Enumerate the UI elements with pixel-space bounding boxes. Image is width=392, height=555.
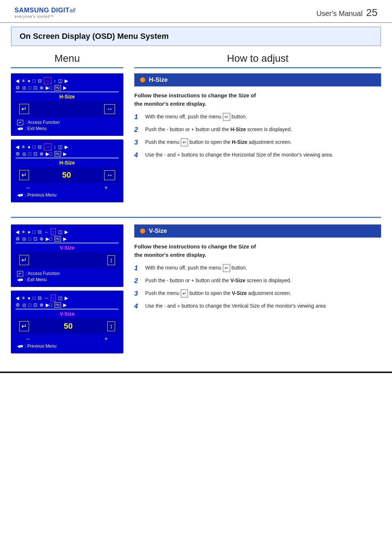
hsize-title-bar: H-Size <box>134 73 381 86</box>
vmonitor1-content: ↵ ↕ <box>16 252 119 268</box>
vfwd3-icon: ▶ <box>65 295 68 301</box>
vminus-plus-row: – + <box>16 336 119 342</box>
hsize-description: Follow these instructions to change the … <box>134 92 381 108</box>
color2-icon: ⊡ <box>33 85 37 90</box>
fwd3-icon: ▶ <box>65 144 68 150</box>
hsize-section: Menu ◀ ✳ ● □ ⊟ ↔ ↕ ◫ ▶ ⚙ ◎ <box>0 53 392 206</box>
vreset-icon: ⊗ <box>40 236 44 242</box>
video-icon: ▶□ <box>46 85 52 90</box>
back-arrow-icon: ◀ <box>16 78 19 84</box>
vsize-title-bar: V-Size <box>134 224 381 238</box>
fwd-arrow-icon: ▶ <box>65 78 68 84</box>
advanced-icon: ◫ <box>58 78 62 84</box>
manual-title: User's Manual <box>317 9 363 18</box>
vcolor3-icon: ⊟ <box>38 295 42 301</box>
vsize-description: Follow these instructions to change the … <box>134 243 381 259</box>
back-arrow2-icon: ◀ <box>16 144 19 150</box>
vcolor-icon: ⊟ <box>38 229 42 235</box>
brand-name: SAMSUNG DIGIT <box>15 7 70 14</box>
vsize-step-1: 1 With the menu off, push the menu ↵ but… <box>134 264 381 273</box>
vsun2-icon: ✳ <box>21 295 25 301</box>
reset2-icon: ⊗ <box>40 151 44 157</box>
page-info: User's Manual 25 <box>317 7 377 19</box>
venter-left-icon: ↵ <box>19 255 29 265</box>
vgeometry2-icon: □ <box>28 302 31 308</box>
gear2-icon: ⚙ <box>16 151 20 157</box>
vmonitor2-label: V-Size <box>16 311 119 317</box>
vbrightness2-icon: □ <box>33 295 36 301</box>
col-divider-right <box>134 67 381 68</box>
monitor2-footer: ◀■ : Previous Menu <box>16 191 119 199</box>
eye-icon: ◎ <box>22 85 26 90</box>
vadvanced2-icon: ◫ <box>58 295 62 301</box>
monitor2-content: ↵ 50 ↔ <box>16 167 119 183</box>
contrast2-icon: ● <box>28 144 30 150</box>
menu-btn-icon: ↵ <box>223 113 230 121</box>
hz2-icon: Hz <box>54 151 61 157</box>
minus-plus-row: – + <box>16 185 119 191</box>
hsize-feature-name: H-Size <box>149 76 168 84</box>
vsize2-icon-highlight: ↕ <box>51 295 56 301</box>
minus-label: – <box>26 185 30 191</box>
hsize-step-2: 2 Push the - button or + button until th… <box>134 126 381 135</box>
brightness-icon: □ <box>33 78 36 84</box>
samsung-logo: SAMSUNG DIGITall everyone's invited™ <box>15 7 75 19</box>
vsize-value: 50 <box>64 321 73 331</box>
veye-icon: ◎ <box>22 236 26 242</box>
monitor-icons-row-1: ◀ ✳ ● □ ⊟ ↔ ↕ ◫ ▶ <box>16 77 119 84</box>
vaccess-function-label: ↵ : Access Function <box>17 271 117 276</box>
fwd4-icon: ▶ <box>63 151 67 157</box>
enter-left-icon: ↵ <box>19 104 29 114</box>
video2-icon: ▶□ <box>46 151 52 157</box>
venter-left2-icon: ↵ <box>19 321 29 331</box>
section-title: On Screen Display (OSD) Menu System <box>20 32 372 41</box>
vback-arrow-icon: ◀ <box>16 229 19 235</box>
eye2-icon: ◎ <box>22 151 26 157</box>
monitor-icons-row-2: ⚙ ◎ □ ⊡ ⊗ ▶□ Hz ▶ <box>16 85 119 90</box>
menu-col-header: Menu <box>11 53 123 64</box>
gear-icon: ⚙ <box>16 85 20 90</box>
vsize-left-col: ◀ ✳ ● □ ⊟ ↔ ↕ ◫ ▶ ⚙ ◎ □ ⊡ ⊗ <box>11 224 123 357</box>
vgeometry-icon: □ <box>28 236 31 242</box>
vcolor4-icon: ⊡ <box>33 236 37 242</box>
color-icon: ⊟ <box>38 78 42 84</box>
hsize-value: 50 <box>62 170 71 180</box>
sun2-icon: ✳ <box>21 144 25 150</box>
hz-icon: Hz <box>54 85 61 90</box>
enter-left2-icon: ↵ <box>19 170 29 180</box>
vsize-monitor2-icons-row-1: ◀ ✳ ● □ ⊟ ↔ ↕ ◫ ▶ <box>16 295 119 301</box>
brand-tagline: everyone's invited™ <box>15 15 75 19</box>
hsize-steps: 1 With the menu off, push the menu ↵ but… <box>134 113 381 160</box>
vvideo2-icon: ▶□ <box>46 302 52 308</box>
vfeature-dot-icon <box>140 228 145 234</box>
color3-icon: ⊟ <box>38 144 42 150</box>
monitor1-label: H-Size <box>16 94 119 100</box>
vhz2-icon: Hz <box>54 302 61 308</box>
hsize-monitor-1: ◀ ✳ ● □ ⊟ ↔ ↕ ◫ ▶ ⚙ ◎ □ ⊡ ⊗ <box>11 73 123 136</box>
vadvanced-icon: ◫ <box>58 229 62 235</box>
vsize-steps: 1 With the menu off, push the menu ↵ but… <box>134 264 381 311</box>
plus-label: + <box>105 185 108 191</box>
brightness2-icon: □ <box>33 144 36 150</box>
vsun-icon: ✳ <box>21 229 25 235</box>
exit-menu-label: ◀■ : Exit Menu <box>17 126 117 131</box>
hsize-arrow2-icon: ↔ <box>104 170 115 180</box>
hsize-step-4: 4 Use the - and + buttons to change the … <box>134 151 381 160</box>
vmenu-btn2-icon: ↵ <box>181 289 188 297</box>
previous-menu-label: ◀■ : Previous Menu <box>17 193 117 198</box>
vsize-icon-highlight: ↕ <box>51 228 56 235</box>
adjust-col-header: How to adjust <box>134 53 381 64</box>
vsize-monitor1-icons-row-1: ◀ ✳ ● □ ⊟ ↔ ↕ ◫ ▶ <box>16 228 119 235</box>
feature-dot-icon <box>140 77 145 82</box>
vcontrast-icon: ● <box>28 229 30 235</box>
vsize-monitor2-icons-row-2: ⚙ ◎ □ ⊡ ⊗ ▶□ Hz ▶ <box>16 302 119 308</box>
hsize-left-col: Menu ◀ ✳ ● □ ⊟ ↔ ↕ ◫ ▶ ⚙ ◎ <box>11 53 123 206</box>
vsize-step-3: 3 Push the menu ↵ button to open the V-S… <box>134 289 381 299</box>
monitor2-label: H-Size <box>16 160 119 166</box>
vsize-section: ◀ ✳ ● □ ⊟ ↔ ↕ ◫ ▶ ⚙ ◎ □ ⊡ ⊗ <box>0 224 392 357</box>
page-footer <box>0 372 392 373</box>
vsize-monitor-1: ◀ ✳ ● □ ⊟ ↔ ↕ ◫ ▶ ⚙ ◎ □ ⊡ ⊗ <box>11 224 123 287</box>
vhz-icon: Hz <box>54 236 61 242</box>
vback-arrow2-icon: ◀ <box>16 295 19 301</box>
geometry-icon: □ <box>28 85 31 90</box>
